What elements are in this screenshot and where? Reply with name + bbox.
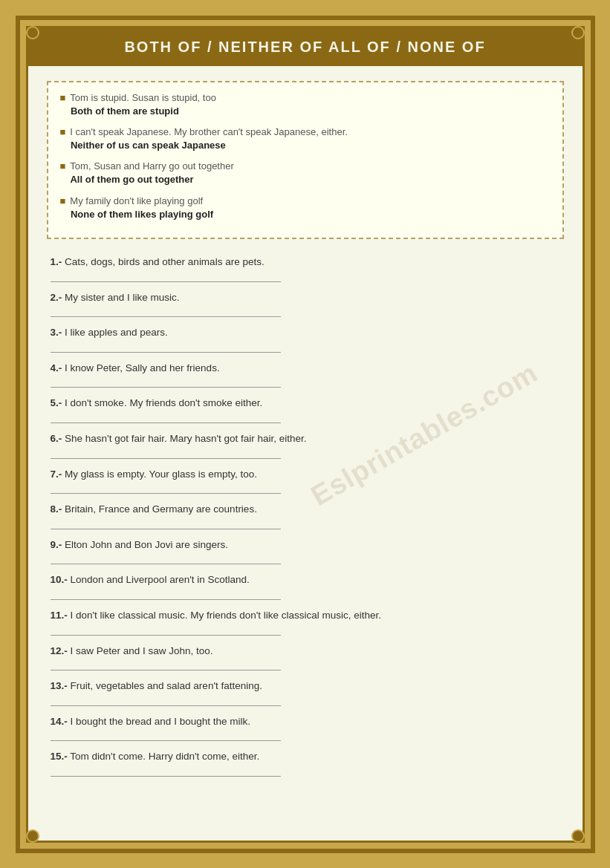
- example-sentence: Tom is stupid. Susan is stupid, too: [70, 92, 216, 103]
- title-bar: BOTH OF / NEITHER OF ALL OF / NONE OF: [28, 28, 583, 66]
- answer-line-10[interactable]: [51, 590, 281, 600]
- example-item: ■Tom is stupid. Susan is stupid, too Bot…: [60, 91, 551, 118]
- corner-top-left: [26, 26, 39, 39]
- answer-line-6[interactable]: [51, 448, 281, 459]
- exercise-item: 12.- I saw Peter and I saw John, too.: [51, 643, 560, 671]
- bullet-icon: ■: [60, 126, 66, 137]
- exercise-item: 13.- Fruit, vegetables and salad aren't …: [51, 678, 560, 706]
- exercise-number: 14.- I bought the bread and I bought the…: [51, 716, 250, 727]
- exercise-item: 11.- I don't like classical music. My fr…: [51, 607, 560, 636]
- exercise-number: 9.- Elton John and Bon Jovi are singers.: [51, 539, 228, 550]
- example-sentence: I can't speak Japanese. My brother can't…: [70, 126, 348, 137]
- exercise-number: 11.- I don't like classical music. My fr…: [51, 610, 382, 621]
- example-sentence: Tom, Susan and Harry go out together: [70, 160, 233, 172]
- answer-line-2[interactable]: [51, 307, 281, 317]
- example-sentence: My family don't like playing golf: [70, 195, 203, 206]
- exercise-item: 7.- My glass is empty. Your glass is emp…: [51, 466, 560, 495]
- answer-line-12[interactable]: [51, 660, 281, 670]
- exercise-number: 1.- Cats, dogs, birds and other animals …: [51, 256, 265, 267]
- exercise-number: 7.- My glass is empty. Your glass is emp…: [51, 469, 258, 480]
- inner-border: BOTH OF / NEITHER OF ALL OF / NONE OF ■T…: [26, 26, 585, 843]
- answer-line-7[interactable]: [51, 483, 281, 494]
- exercise-number: 2.- My sister and I like music.: [51, 292, 180, 303]
- exercise-number: 8.- Britain, France and Germany are coun…: [51, 503, 257, 515]
- answer-line-14[interactable]: [51, 731, 281, 741]
- answer-line-15[interactable]: [51, 766, 281, 777]
- answer-line-4[interactable]: [51, 377, 281, 388]
- answer-line-9[interactable]: [51, 554, 281, 564]
- example-answer: Neither of us can speak Japanese: [60, 140, 226, 151]
- corner-bottom-left: [26, 829, 39, 843]
- corner-top-right: [571, 26, 585, 39]
- answer-line-5[interactable]: [51, 413, 281, 423]
- exercise-item: 6.- She hasn't got fair hair. Mary hasn'…: [51, 431, 560, 459]
- exercise-number: 12.- I saw Peter and I saw John, too.: [51, 645, 213, 656]
- exercise-item: 2.- My sister and I like music.: [51, 290, 560, 318]
- bullet-icon: ■: [60, 92, 66, 103]
- exercise-item: 15.- Tom didn't come. Harry didn't come,…: [51, 748, 560, 777]
- example-answer: None of them likes playing golf: [60, 209, 214, 220]
- exercise-item: 1.- Cats, dogs, birds and other animals …: [51, 254, 560, 282]
- bullet-icon: ■: [60, 195, 66, 206]
- example-item: ■Tom, Susan and Harry go out together Al…: [60, 160, 551, 186]
- answer-line-13[interactable]: [51, 696, 281, 706]
- bullet-icon: ■: [60, 160, 66, 172]
- outer-border: BOTH OF / NEITHER OF ALL OF / NONE OF ■T…: [16, 16, 595, 853]
- exercise-number: 6.- She hasn't got fair hair. Mary hasn'…: [51, 433, 307, 444]
- exercise-number: 5.- I don't smoke. My friends don't smok…: [51, 397, 263, 408]
- example-item: ■I can't speak Japanese. My brother can'…: [60, 125, 551, 152]
- example-answer: All of them go out together: [60, 174, 194, 185]
- exercise-number: 4.- I know Peter, Sally and her friends.: [51, 362, 220, 373]
- answer-line-1[interactable]: [51, 272, 281, 282]
- exercise-item: 3.- I like apples and pears.: [51, 324, 560, 353]
- answer-line-11[interactable]: [51, 625, 281, 636]
- exercise-item: 5.- I don't smoke. My friends don't smok…: [51, 395, 560, 423]
- exercise-item: 14.- I bought the bread and I bought the…: [51, 714, 560, 742]
- example-answer: Both of them are stupid: [60, 105, 179, 117]
- example-item: ■My family don't like playing golf None …: [60, 195, 551, 221]
- page-title: BOTH OF / NEITHER OF ALL OF / NONE OF: [43, 39, 568, 56]
- exercises-section: 1.- Cats, dogs, birds and other animals …: [28, 254, 583, 799]
- exercise-number: 13.- Fruit, vegetables and salad aren't …: [51, 680, 263, 691]
- exercise-item: 8.- Britain, France and Germany are coun…: [51, 501, 560, 529]
- corner-bottom-right: [571, 829, 585, 843]
- exercise-number: 10.- London and Liverpool aren't in Scot…: [51, 574, 250, 585]
- answer-line-3[interactable]: [51, 342, 281, 353]
- exercise-number: 15.- Tom didn't come. Harry didn't come,…: [51, 751, 260, 762]
- examples-box: ■Tom is stupid. Susan is stupid, too Bot…: [47, 81, 564, 240]
- exercise-item: 10.- London and Liverpool aren't in Scot…: [51, 572, 560, 600]
- answer-line-8[interactable]: [51, 519, 281, 529]
- exercise-number: 3.- I like apples and pears.: [51, 327, 168, 338]
- exercise-item: 4.- I know Peter, Sally and her friends.: [51, 360, 560, 388]
- exercise-item: 9.- Elton John and Bon Jovi are singers.: [51, 537, 560, 565]
